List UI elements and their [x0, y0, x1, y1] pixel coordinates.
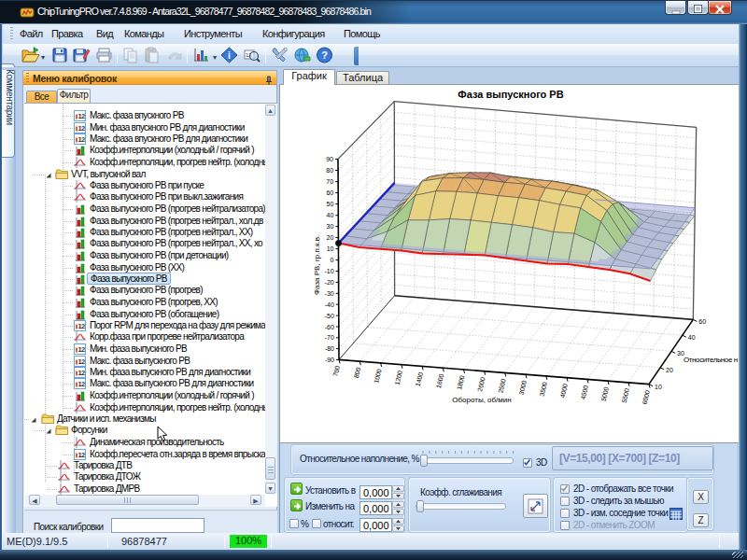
svg-text:-50: -50 — [325, 313, 334, 319]
svg-text:40: 40 — [688, 334, 696, 341]
svg-text:-30: -30 — [325, 290, 334, 297]
svg-text:?: ? — [321, 49, 328, 61]
svg-text:10: 10 — [655, 384, 662, 390]
svg-text:Обороты, об/мин: Обороты, об/мин — [452, 396, 511, 404]
svg-text:-90: -90 — [325, 357, 334, 363]
svg-text:1800: 1800 — [456, 374, 465, 390]
svg-text:-40: -40 — [325, 301, 334, 308]
svg-text:12: 12 — [78, 357, 85, 366]
svg-text:1200: 1200 — [394, 370, 403, 385]
svg-text:80: 80 — [326, 167, 333, 174]
svg-text:20: 20 — [327, 234, 334, 241]
svg-text:4500: 4500 — [580, 385, 589, 400]
svg-text:12: 12 — [78, 369, 85, 377]
svg-text:50: 50 — [327, 201, 334, 207]
svg-text:2500: 2500 — [497, 378, 506, 394]
svg-text:4000: 4000 — [559, 383, 569, 399]
svg-text:800: 800 — [353, 367, 361, 379]
svg-text:12: 12 — [78, 380, 85, 388]
svg-text:-80: -80 — [325, 345, 334, 352]
svg-text:3000: 3000 — [518, 380, 528, 396]
svg-text:12: 12 — [78, 112, 85, 120]
svg-text:1400: 1400 — [415, 371, 424, 387]
svg-text:12: 12 — [78, 345, 85, 354]
svg-text:1600: 1600 — [435, 373, 444, 389]
svg-text:10: 10 — [327, 245, 334, 252]
svg-text:Фаза выпускного РВ: Фаза выпускного РВ — [458, 89, 563, 100]
svg-text:3500: 3500 — [539, 381, 548, 397]
svg-text:2000: 2000 — [476, 376, 486, 392]
svg-text:40: 40 — [327, 212, 334, 218]
svg-text:90: 90 — [326, 156, 333, 162]
svg-text:60: 60 — [698, 318, 706, 325]
svg-text:Фаза РВ, гр.п.к.в.: Фаза РВ, гр.п.к.в. — [313, 235, 321, 295]
svg-text:-60: -60 — [325, 324, 334, 330]
svg-text:Относительное н: Относительное н — [684, 356, 738, 364]
svg-text:20: 20 — [666, 367, 673, 373]
svg-text:5000: 5000 — [600, 386, 610, 402]
svg-text:12: 12 — [78, 451, 85, 459]
svg-text:i: i — [228, 50, 231, 61]
svg-text:12: 12 — [78, 124, 85, 133]
svg-text:-70: -70 — [325, 334, 334, 341]
svg-text:-20: -20 — [325, 279, 334, 286]
svg-text:-10: -10 — [324, 268, 333, 274]
svg-text:0: 0 — [331, 257, 334, 263]
svg-text:60: 60 — [326, 189, 333, 196]
svg-text:700: 700 — [332, 365, 341, 377]
svg-text:6000: 6000 — [641, 389, 651, 405]
svg-text:30: 30 — [327, 223, 334, 230]
svg-text:12: 12 — [78, 322, 85, 330]
svg-text:12: 12 — [78, 135, 85, 144]
svg-text:1000: 1000 — [373, 368, 382, 384]
svg-text:5500: 5500 — [621, 387, 630, 403]
svg-text:70: 70 — [326, 178, 333, 185]
